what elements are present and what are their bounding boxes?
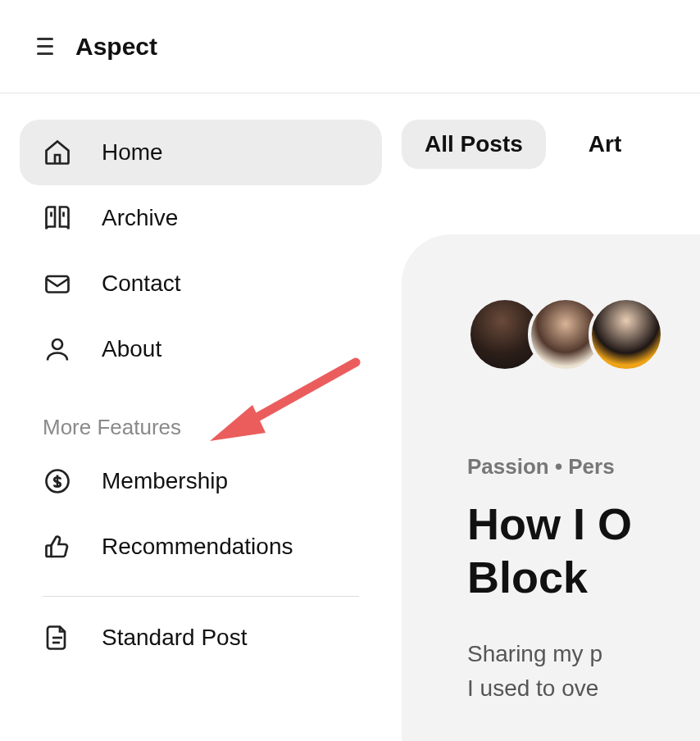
sidebar-item-label: Standard Post [102,625,247,651]
avatar [589,297,664,372]
sidebar-item-contact[interactable]: Contact [20,251,382,316]
main-content: All Posts Art Passion • Pers How I O Blo… [402,93,700,741]
tab-art[interactable]: Art [566,120,644,169]
post-tags: Passion • Pers [467,454,700,480]
home-icon [43,138,72,167]
svg-rect-2 [47,276,69,293]
menu-button[interactable] [23,38,46,56]
tab-all-posts[interactable]: All Posts [402,120,546,169]
sidebar-item-standard-post[interactable]: Standard Post [20,605,382,671]
avatars-group [467,297,700,372]
sidebar-item-label: Recommendations [102,534,293,560]
sidebar-item-home[interactable]: Home [20,120,382,185]
sidebar-item-about[interactable]: About [20,316,382,382]
post-excerpt: Sharing my p I used to ove [467,637,700,706]
post-title: How I O Block [467,498,700,604]
sidebar-item-recommendations[interactable]: Recommendations [20,514,382,580]
user-icon [43,334,72,364]
sidebar-item-label: Membership [102,468,228,494]
sidebar-item-label: About [102,336,161,362]
sidebar-item-archive[interactable]: Archive [20,185,382,251]
sidebar-section-label: More Features [20,382,382,448]
sidebar-item-label: Home [102,139,163,166]
sidebar-item-label: Archive [102,205,178,231]
book-icon [43,203,72,233]
sidebar-divider [43,596,359,597]
post-card[interactable]: Passion • Pers How I O Block Sharing my … [402,234,700,741]
dollar-circle-icon [43,466,72,496]
brand-name: Aspect [75,33,157,61]
thumbs-up-icon [43,532,72,561]
sidebar-item-label: Contact [102,270,181,297]
svg-point-3 [52,339,62,349]
sidebar-item-membership[interactable]: Membership [20,448,382,514]
mail-icon [43,269,72,298]
sidebar: Home Archive Contact About More Features [0,93,402,741]
document-icon [43,623,72,652]
